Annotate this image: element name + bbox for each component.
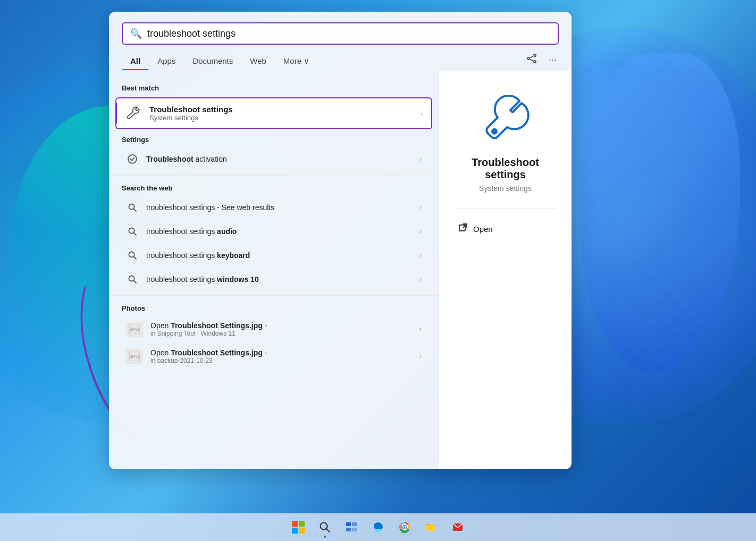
settings-section-label: Settings <box>109 131 439 147</box>
explorer-button[interactable] <box>419 515 443 539</box>
tab-documents[interactable]: Documents <box>184 52 241 70</box>
divider-1 <box>109 175 439 176</box>
photo-thumbnail-2: JPG <box>126 349 143 364</box>
photo-subtitle-2: in backup-2021-10-23 <box>150 357 412 364</box>
open-label: Open <box>473 224 493 234</box>
web-search-text-2: troubleshoot settings audio <box>146 227 412 236</box>
arrow-right-icon-3: › <box>419 228 422 235</box>
share-icon-button[interactable] <box>524 51 539 69</box>
svg-text:JPG: JPG <box>130 327 139 332</box>
arrow-right-icon: › <box>419 155 422 163</box>
tab-web[interactable]: Web <box>241 52 275 70</box>
divider-2 <box>109 295 439 296</box>
web-search-text-4: troubleshoot settings windows 10 <box>146 275 412 284</box>
more-options-button[interactable]: ··· <box>547 52 559 68</box>
search-panel: 🔍 All Apps Documents Web More ∨ <box>109 12 572 469</box>
search-input-wrapper[interactable]: 🔍 <box>122 22 559 45</box>
right-panel-divider <box>455 209 556 209</box>
tab-icons: ··· <box>524 51 559 71</box>
mail-icon <box>451 521 464 534</box>
tab-more[interactable]: More ∨ <box>275 52 318 70</box>
troubleshoot-activation-title: Troubleshoot activation <box>146 155 412 163</box>
tabs-row: All Apps Documents Web More ∨ <box>109 45 572 71</box>
web-search-text-1: troubleshoot settings - See web results <box>146 203 412 212</box>
photo-item-1[interactable]: JPG Open Troubleshoot Settings.jpg - in … <box>113 316 434 343</box>
svg-text:JPG: JPG <box>130 354 139 359</box>
chrome-button[interactable] <box>393 515 416 539</box>
best-match-item[interactable]: Troubleshoot settings System settings › <box>115 97 432 129</box>
search-input[interactable] <box>147 28 550 39</box>
open-icon <box>458 223 468 235</box>
explorer-icon <box>425 521 438 534</box>
search-icon: 🔍 <box>130 28 142 39</box>
arrow-right-icon-5: › <box>419 276 422 283</box>
best-match-text-block: Troubleshoot settings System settings <box>149 105 413 122</box>
web-search-title-2: troubleshoot settings audio <box>146 227 412 236</box>
web-search-title-4: troubleshoot settings windows 10 <box>146 275 412 284</box>
best-match-label: Best match <box>109 80 439 95</box>
svg-line-5 <box>530 59 534 61</box>
search-bar-area: 🔍 <box>109 12 572 45</box>
web-search-icon-3 <box>126 249 139 262</box>
chrome-icon <box>398 521 411 534</box>
svg-point-1 <box>534 54 536 56</box>
task-view-icon <box>345 521 358 534</box>
photo-title-1: Open Troubleshoot Settings.jpg - <box>150 321 412 330</box>
svg-point-33 <box>404 527 406 528</box>
web-search-icon-2 <box>126 225 139 238</box>
photo-text-1: Open Troubleshoot Settings.jpg - in Snip… <box>150 321 412 337</box>
photo-thumbnail-1: JPG <box>126 322 143 337</box>
svg-line-12 <box>134 257 137 260</box>
left-panel: Best match Troubleshoot settings System … <box>109 71 439 469</box>
content-area: Best match Troubleshoot settings System … <box>109 71 572 469</box>
edge-icon <box>372 521 384 534</box>
svg-line-4 <box>530 56 534 58</box>
right-panel-title: Troubleshoot settings <box>455 156 556 181</box>
check-circle-icon <box>126 153 139 165</box>
right-panel-subtitle: System settings <box>479 184 532 193</box>
svg-point-6 <box>128 155 137 163</box>
web-search-title-3: troubleshoot settings keyboard <box>146 251 412 260</box>
troubleshoot-activation-item[interactable]: Troubleshoot activation › <box>113 147 434 171</box>
web-search-item-1[interactable]: troubleshoot settings - See web results … <box>113 196 434 219</box>
svg-line-14 <box>134 281 137 284</box>
search-web-label: Search the web <box>109 180 439 195</box>
arrow-right-icon-2: › <box>419 204 422 211</box>
web-search-item-3[interactable]: troubleshoot settings keyboard › <box>113 244 434 267</box>
photos-section-label: Photos <box>109 300 439 315</box>
start-button[interactable] <box>287 515 310 539</box>
svg-rect-27 <box>346 528 351 531</box>
search-taskbar-button[interactable] <box>313 515 337 539</box>
web-search-item-4[interactable]: troubleshoot settings windows 10 › <box>113 268 434 291</box>
arrow-right-icon-7: › <box>419 353 422 360</box>
chevron-down-icon: ∨ <box>304 56 309 66</box>
svg-point-3 <box>534 61 536 63</box>
photo-text-2: Open Troubleshoot Settings.jpg - in back… <box>150 348 412 364</box>
troubleshoot-activation-text: Troubleshoot activation <box>146 155 412 163</box>
right-panel-icon <box>479 93 532 146</box>
photo-subtitle-1: in Snipping Tool · Windows 11 <box>150 330 412 337</box>
svg-line-8 <box>134 209 137 212</box>
svg-rect-25 <box>346 522 351 526</box>
open-button[interactable]: Open <box>455 218 556 240</box>
web-search-item-2[interactable]: troubleshoot settings audio › <box>113 220 434 243</box>
tab-all[interactable]: All <box>122 52 149 70</box>
web-search-text-3: troubleshoot settings keyboard <box>146 251 412 260</box>
arrow-right-icon-6: › <box>419 326 422 333</box>
taskbar <box>0 513 756 541</box>
mail-button[interactable] <box>446 515 469 539</box>
best-match-subtitle: System settings <box>149 114 413 122</box>
svg-line-24 <box>326 529 330 532</box>
web-search-icon-4 <box>126 273 139 286</box>
svg-rect-26 <box>352 522 357 526</box>
windows-logo-icon <box>292 521 305 534</box>
edge-button[interactable] <box>366 515 390 539</box>
settings-wrench-icon <box>125 105 142 122</box>
task-view-button[interactable] <box>340 515 363 539</box>
best-match-title: Troubleshoot settings <box>149 105 413 114</box>
tab-apps[interactable]: Apps <box>149 52 184 70</box>
photo-item-2[interactable]: JPG Open Troubleshoot Settings.jpg - in … <box>113 343 434 370</box>
search-taskbar-icon <box>319 521 331 533</box>
web-search-icon-1 <box>126 201 139 214</box>
chevron-right-icon: › <box>421 110 423 118</box>
